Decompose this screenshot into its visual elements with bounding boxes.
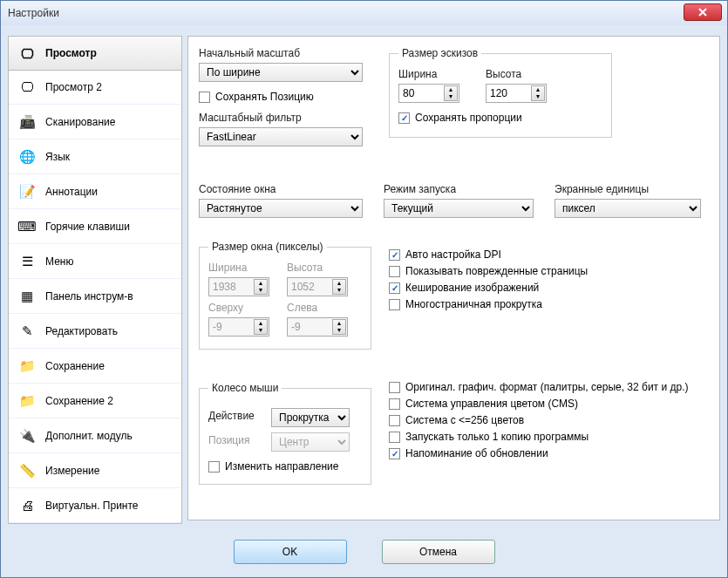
show-broken-checkbox[interactable]: Показывать поврежденные страницы: [389, 265, 588, 277]
checkbox-box: ✓: [398, 112, 410, 124]
thumb-height-spinner[interactable]: ▴▾: [486, 84, 547, 103]
scale-select[interactable]: По ширине: [199, 63, 363, 82]
invert-wheel-checkbox[interactable]: Изменить направление: [208, 460, 362, 473]
auto-dpi-checkbox[interactable]: ✓Авто настройка DPI: [389, 248, 588, 261]
checkbox-label: Напоминание об обновлении: [405, 447, 548, 459]
mouse-wheel-fieldset: Колесо мыши Действие Прокрутка Позиция Ц…: [199, 382, 371, 485]
checkbox-label: Оригинал. графич. формат (палитры, серые…: [405, 381, 688, 393]
filter-select[interactable]: FastLinear: [199, 127, 363, 146]
wheel-action-label: Действие: [208, 410, 261, 422]
ruler-icon: 📏: [17, 461, 37, 480]
sidebar-item-measure[interactable]: 📏Измерение: [9, 453, 181, 488]
thumb-height-label: Высота: [486, 68, 547, 80]
sidebar-item-toolbar[interactable]: ▦Панель инструм-в: [9, 279, 181, 314]
sidebar-item-language[interactable]: 🌐Язык: [9, 139, 181, 174]
list-icon: ☰: [17, 252, 37, 271]
sidebar-item-save[interactable]: 📁Сохранение: [9, 349, 181, 384]
multipage-scroll-checkbox[interactable]: Многостраничная прокрутка: [389, 298, 588, 310]
winsize-left-spinner: ▴▾: [287, 317, 348, 337]
winsize-top-spinner: ▴▾: [208, 317, 269, 337]
close-icon: [697, 8, 708, 17]
sidebar-item-annotations[interactable]: 📝Аннотации: [9, 174, 181, 209]
sidebar-item-label: Язык: [45, 151, 70, 163]
content-panel: Начальный масштаб По ширине Сохранять По…: [187, 36, 720, 520]
sidebar-item-scan[interactable]: 📠Сканирование: [9, 105, 181, 139]
checkbox-label: Авто настройка DPI: [405, 248, 501, 261]
single-copy-checkbox[interactable]: Запускать только 1 копию программы: [389, 431, 688, 443]
sidebar-item-view2[interactable]: 🖵Просмотр 2: [9, 70, 181, 105]
keep-ratio-checkbox[interactable]: ✓ Сохранять пропорции: [398, 112, 602, 124]
winsize-left-label: Слева: [287, 302, 348, 314]
titlebar: Настройки: [1, 1, 727, 25]
checkbox-label: Многостраничная прокрутка: [405, 298, 542, 310]
start-mode-label: Режим запуска: [384, 183, 534, 195]
sidebar-item-label: Дополнит. модуль: [45, 430, 133, 442]
window-state-select[interactable]: Растянутое: [199, 199, 363, 218]
sidebar-item-label: Горячие клавиши: [45, 221, 130, 233]
grid-icon: ▦: [17, 287, 37, 306]
checkbox-label: Показывать поврежденные страницы: [405, 265, 588, 277]
winsize-height-label: Высота: [287, 262, 348, 274]
sidebar-item-edit[interactable]: ✎Редактировать: [9, 314, 181, 349]
winsize-width-spinner: ▴▾: [208, 277, 269, 296]
sidebar-item-plugin[interactable]: 🔌Дополнит. модуль: [9, 418, 181, 453]
sidebar-item-view[interactable]: 🖵Просмотр: [8, 36, 182, 71]
window-size-fieldset: Размер окна (пикселы) Ширина ▴▾ Высота ▴…: [199, 241, 371, 350]
winsize-top-label: Сверху: [208, 302, 269, 314]
sidebar-item-save2[interactable]: 📁Сохранение 2: [9, 384, 181, 418]
sidebar-item-label: Аннотации: [45, 186, 98, 198]
window-title: Настройки: [8, 7, 59, 19]
sidebar-item-label: Измерение: [45, 465, 99, 477]
sidebar-item-label: Панель инструм-в: [45, 290, 133, 303]
cancel-button[interactable]: Отмена: [382, 540, 495, 564]
sidebar-item-label: Просмотр 2: [45, 81, 102, 93]
filter-label: Масштабный фильтр: [199, 112, 373, 124]
thumb-width-spinner[interactable]: ▴▾: [398, 84, 459, 103]
sidebar-item-label: Сканирование: [45, 116, 115, 128]
start-mode-select[interactable]: Текущий: [384, 199, 534, 218]
monitor-icon: 🖵: [17, 78, 37, 97]
sidebar-item-label: Виртуальн. Принте: [45, 500, 139, 512]
globe-icon: 🌐: [17, 147, 37, 167]
cms-checkbox[interactable]: Система управления цветом (CMS): [389, 398, 688, 410]
checkbox-label: Система управления цветом (CMS): [405, 398, 578, 410]
sidebar-item-printer[interactable]: 🖨Виртуальн. Принте: [9, 488, 181, 523]
sidebar-item-label: Сохранение 2: [45, 395, 113, 407]
checkbox-label: Изменить направление: [225, 460, 338, 473]
wheel-action-select[interactable]: Прокрутка: [271, 408, 350, 427]
checkbox-label: Сохранять пропорции: [415, 112, 522, 124]
thumbnail-fieldset: Размер эскизов Ширина ▴▾ Высота ▴▾ ✓ Сох…: [389, 47, 612, 138]
sidebar-item-menu[interactable]: ☰Меню: [9, 244, 181, 279]
checkbox-label: Кеширование изображений: [405, 282, 539, 294]
save-position-checkbox[interactable]: Сохранять Позицию: [199, 91, 373, 103]
update-reminder-checkbox[interactable]: ✓Напоминание об обновлении: [389, 447, 688, 459]
checkbox-label: Система с <=256 цветов: [405, 414, 524, 426]
edit-icon: ✎: [17, 322, 37, 341]
checkbox-label: Сохранять Позицию: [215, 91, 314, 103]
screen-units-select[interactable]: пиксел: [555, 199, 701, 218]
thumb-width-label: Ширина: [398, 68, 459, 80]
orig-format-checkbox[interactable]: Оригинал. графич. формат (палитры, серые…: [389, 381, 688, 393]
winsize-width-label: Ширина: [208, 262, 269, 274]
window-state-label: Состояние окна: [199, 183, 363, 195]
close-button[interactable]: [684, 3, 722, 21]
scanner-icon: 📠: [17, 112, 37, 132]
ok-button[interactable]: OK: [234, 540, 347, 564]
folder-arrow-icon: 📁: [17, 357, 37, 376]
winsize-height-spinner: ▴▾: [287, 277, 348, 296]
wheel-pos-label: Позиция: [208, 434, 261, 446]
folder-arrow-icon: 📁: [17, 391, 37, 411]
window-size-legend: Размер окна (пикселы): [208, 241, 327, 253]
plugin-icon: 🔌: [17, 426, 37, 445]
note-icon: 📝: [17, 182, 37, 201]
sidebar-item-hotkeys[interactable]: ⌨Горячие клавиши: [9, 209, 181, 244]
cache-checkbox[interactable]: ✓Кеширование изображений: [389, 282, 588, 294]
colors256-checkbox[interactable]: Система с <=256 цветов: [389, 414, 688, 426]
keyboard-icon: ⌨: [17, 217, 37, 236]
checkbox-box: [199, 92, 210, 103]
scale-label: Начальный масштаб: [199, 47, 373, 59]
footer: OK Отмена: [1, 527, 727, 577]
sidebar-item-label: Сохранение: [45, 360, 105, 372]
wheel-pos-select: Центр: [271, 432, 350, 452]
monitor-icon: 🖵: [17, 44, 37, 63]
